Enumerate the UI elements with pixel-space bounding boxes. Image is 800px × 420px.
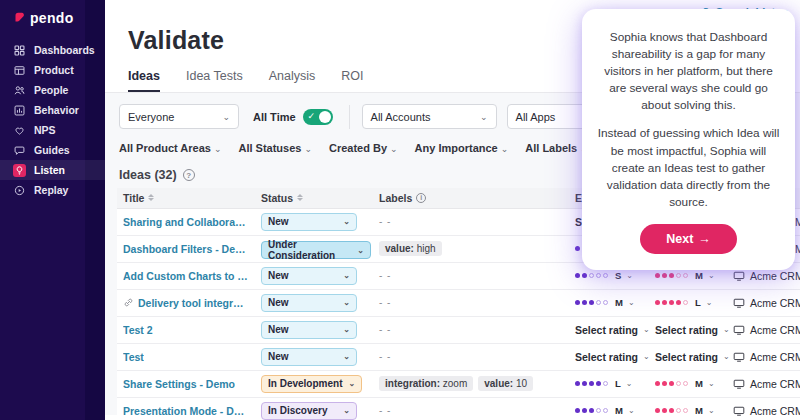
effort-dot (589, 300, 594, 305)
impact-size-label: M (695, 405, 703, 416)
effort-dot (603, 408, 608, 413)
status-dropdown[interactable]: In Development ⌄ (261, 375, 362, 393)
impact-rating-dropdown[interactable]: M⌄ (655, 270, 721, 281)
impact-dot (683, 408, 688, 413)
chevron-down-icon: ⌄ (343, 325, 350, 334)
nps-heart-icon (13, 124, 26, 137)
link-icon (123, 297, 134, 308)
idea-title-link[interactable]: Add Custom Charts to Dashboard - ... (123, 270, 249, 282)
impact-rating-dropdown[interactable]: M⌄ (655, 378, 721, 389)
impact-rating-dropdown[interactable]: M⌄ (655, 405, 721, 416)
labels-cell: - - (379, 216, 563, 227)
table-row[interactable]: Share Settings - Demo In Development ⌄ i… (117, 370, 800, 397)
idea-title-link[interactable]: Test (123, 351, 144, 363)
effort-rating-dropdown[interactable]: L⌄ (575, 378, 643, 389)
impact-dot (676, 273, 681, 278)
segment-dropdown[interactable]: Everyone ⌄ (119, 104, 239, 129)
effort-rating-dropdown[interactable]: Select rating⌄ (575, 324, 643, 336)
idea-title-link[interactable]: Presentation Mode - Demo (123, 405, 249, 417)
chevron-down-icon: ⌄ (626, 271, 633, 280)
filter-product-areas[interactable]: All Product Areas⌄ (119, 142, 221, 154)
tab-ideas[interactable]: Ideas (128, 69, 160, 92)
sidebar-item-dashboards[interactable]: Dashboards (0, 40, 105, 60)
arrow-right-icon: → (698, 232, 711, 246)
idea-title-link[interactable]: Delivery tool integrations (138, 297, 249, 309)
impact-rating-dropdown[interactable]: Select rating⌄ (655, 351, 721, 363)
tab-analysis[interactable]: Analysis (269, 69, 316, 92)
status-dropdown[interactable]: New ⌄ (261, 294, 357, 312)
status-dropdown[interactable]: New ⌄ (261, 348, 357, 366)
app-name: Acme CRM (750, 351, 800, 363)
tab-idea-tests[interactable]: Idea Tests (186, 69, 243, 92)
impact-dots (655, 408, 688, 413)
status-dropdown[interactable]: New ⌄ (261, 321, 357, 339)
filter-labels[interactable]: All Labels⌄ (525, 142, 588, 154)
behavior-icon (13, 104, 26, 117)
status-value: New (268, 297, 289, 308)
idea-title-link[interactable]: Test 2 (123, 324, 153, 336)
impact-dots (655, 300, 688, 305)
impact-dot (655, 300, 660, 305)
accounts-dropdown[interactable]: All Accounts ⌄ (362, 104, 497, 129)
sidebar-item-replay[interactable]: Replay (0, 180, 105, 200)
sidebar-item-listen[interactable]: Listen (0, 160, 105, 180)
effort-rating-dropdown[interactable]: Select rating⌄ (575, 351, 643, 363)
effort-dot (575, 246, 580, 251)
idea-title-link[interactable]: Dashboard Filters - Demo (123, 243, 249, 255)
segment-dropdown-value: Everyone (128, 111, 174, 123)
filter-divider (349, 105, 350, 129)
idea-title-link[interactable]: Sharing and Collaboration (123, 216, 249, 228)
impact-rating-dropdown[interactable]: Select rating⌄ (655, 324, 721, 336)
help-icon[interactable]: ? (183, 169, 195, 181)
filter-statuses[interactable]: All Statuses⌄ (238, 142, 312, 154)
app-name: Acme CRM (750, 270, 800, 282)
sidebar-item-nps[interactable]: NPS (0, 120, 105, 140)
status-value: In Discovery (268, 405, 327, 416)
table-row[interactable]: Delivery tool integrations New ⌄ - - M⌄ … (117, 289, 800, 316)
column-header-labels[interactable]: Labelsi (373, 188, 569, 208)
impact-size-label: L (695, 297, 701, 308)
sidebar-item-label: Listen (34, 164, 65, 176)
column-header-title[interactable]: Title (117, 188, 255, 208)
ideas-heading: Ideas (32) (119, 168, 177, 182)
chevron-down-icon: ⌄ (626, 379, 633, 388)
chevron-down-icon: ⌄ (480, 112, 488, 122)
tab-roi[interactable]: ROI (341, 69, 363, 92)
labels-cell: - - (379, 270, 563, 281)
sidebar-item-label: Replay (34, 184, 68, 196)
filter-created-by[interactable]: Created By⌄ (329, 142, 398, 154)
status-dropdown[interactable]: New ⌄ (261, 213, 357, 231)
chevron-down-icon: ⌄ (643, 325, 650, 334)
all-time-toggle[interactable]: ✓ (303, 109, 333, 125)
labels-empty: - - (379, 324, 391, 335)
column-header-status[interactable]: Status (255, 188, 373, 208)
next-button[interactable]: Next → (640, 224, 737, 254)
status-dropdown[interactable]: New ⌄ (261, 267, 357, 285)
table-row[interactable]: Presentation Mode - Demo In Discovery ⌄ … (117, 397, 800, 420)
sidebar-item-product[interactable]: Product (0, 60, 105, 80)
impact-dot (683, 273, 688, 278)
impact-rating-dropdown[interactable]: L⌄ (655, 297, 721, 308)
sidebar-item-people[interactable]: People (0, 80, 105, 100)
table-row[interactable]: Test 2 New ⌄ - - Select rating⌄ Select r… (117, 316, 800, 343)
sidebar-item-behavior[interactable]: Behavior (0, 100, 105, 120)
sidebar-item-guides[interactable]: Guides (0, 140, 105, 160)
effort-rating-dropdown[interactable]: S⌄ (575, 270, 643, 281)
pendo-logo[interactable]: pendo (0, 0, 105, 36)
effort-rating-dropdown[interactable]: M⌄ (575, 405, 643, 416)
product-icon (13, 64, 26, 77)
filter-importance[interactable]: Any Importance⌄ (415, 142, 509, 154)
labels-empty: - - (379, 405, 391, 416)
effort-rating-dropdown[interactable]: M⌄ (575, 297, 643, 308)
monitor-icon (733, 351, 745, 363)
status-dropdown[interactable]: Under Consideration ⌄ (261, 241, 371, 259)
table-row[interactable]: Test New ⌄ - - Select rating⌄ Select rat… (117, 343, 800, 370)
effort-size-label: M (615, 297, 623, 308)
app-cell: Acme CRM (733, 378, 794, 390)
chevron-down-icon: ⌄ (343, 352, 350, 361)
status-dropdown[interactable]: In Discovery ⌄ (261, 402, 357, 420)
info-icon: i (416, 193, 426, 203)
pendo-logo-text: pendo (30, 10, 74, 26)
effort-dot (575, 300, 580, 305)
idea-title-link[interactable]: Share Settings - Demo (123, 378, 235, 390)
